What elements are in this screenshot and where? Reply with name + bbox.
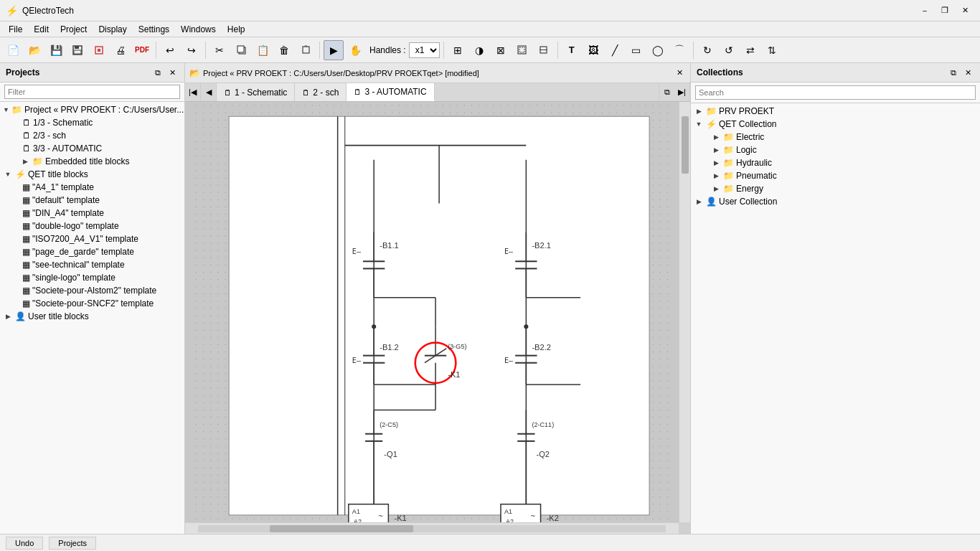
zoom-fit-button[interactable]: ⊠ — [491, 40, 511, 60]
expand-icon[interactable]: ▼ — [694, 119, 704, 129]
tree-item-tmpl-a4-1[interactable]: ▦ "A4_1" template — [0, 181, 184, 194]
open-button[interactable]: 📂 — [24, 40, 44, 60]
image-button[interactable]: 🖼 — [583, 40, 603, 60]
rect-button[interactable]: ▭ — [626, 40, 646, 60]
undo-button[interactable]: ↩ — [160, 40, 180, 60]
zoom-out-fit-button[interactable] — [534, 40, 554, 60]
rotate-ccw-button[interactable]: ↺ — [719, 40, 739, 60]
collections-item-hydraulic[interactable]: ▶ 📁 Hydraulic — [691, 156, 980, 169]
display-mode-button[interactable]: ◑ — [469, 40, 489, 60]
arc-button[interactable]: ⌒ — [669, 40, 689, 60]
horizontal-scrollbar[interactable] — [185, 522, 679, 534]
hscroll-thumb[interactable] — [270, 525, 413, 532]
collections-panel-close-btn[interactable]: ✕ — [961, 66, 974, 79]
tree-item-tmpl-societe-alstom[interactable]: ▦ "Societe-pour-Alstom2" template — [0, 284, 184, 297]
expand-icon[interactable]: ▼ — [3, 105, 9, 115]
tab-3-automatic[interactable]: 🗒 3 - AUTOMATIC — [347, 83, 434, 101]
collections-item-user-collection[interactable]: ▶ 👤 User Collection — [691, 195, 980, 208]
clipboard-button[interactable] — [296, 40, 316, 60]
paste-button[interactable]: 📋 — [253, 40, 273, 60]
menu-file[interactable]: File — [3, 23, 28, 36]
menu-project[interactable]: Project — [55, 23, 93, 36]
expand-icon[interactable]: ▶ — [711, 145, 721, 155]
handles-select[interactable]: x1 x2 x4 — [409, 42, 440, 58]
expand-icon[interactable]: ▶ — [711, 184, 721, 194]
rotate-cw-button[interactable]: ↻ — [697, 40, 717, 60]
grid-button[interactable]: ⊞ — [448, 40, 468, 60]
tab-2-sch[interactable]: 🗒 2 - sch — [295, 83, 347, 101]
tree-item-tmpl-page-garde[interactable]: ▦ "page_de_garde" template — [0, 245, 184, 258]
collections-search-input[interactable] — [695, 85, 976, 100]
collections-panel-float-btn[interactable]: ⧉ — [947, 66, 960, 79]
menu-display[interactable]: Display — [93, 23, 132, 36]
vertical-scrollbar[interactable] — [679, 102, 690, 522]
cut-button[interactable]: ✂ — [209, 40, 230, 60]
filter-input[interactable] — [4, 85, 180, 99]
canvas-area[interactable]: A1 ~ A2 — [185, 102, 690, 534]
flip-h-button[interactable]: ⇄ — [740, 40, 760, 60]
tree-item-tmpl-iso7200[interactable]: ▦ "ISO7200_A4_V1" template — [0, 232, 184, 245]
copy-button[interactable] — [231, 40, 251, 60]
print-button[interactable]: 🖨 — [110, 40, 131, 60]
tab-nav-last[interactable]: ▶| — [674, 83, 690, 101]
projects-panel-float-btn[interactable]: ⧉ — [151, 66, 164, 79]
select-mode-button[interactable]: ▶ — [324, 40, 344, 60]
expand-icon[interactable]: ▶ — [3, 311, 13, 321]
zoom-selection-button[interactable] — [512, 40, 532, 60]
tree-item-sch-1[interactable]: 🗒 1/3 - Schematic — [0, 116, 184, 129]
tree-item-tmpl-default[interactable]: ▦ "default" template — [0, 194, 184, 207]
menu-help[interactable]: Help — [222, 23, 251, 36]
tree-item-sch-3[interactable]: 🗒 3/3 - AUTOMATIC — [0, 142, 184, 155]
tree-item-tmpl-see-technical[interactable]: ▦ "see-technical" template — [0, 258, 184, 271]
menu-edit[interactable]: Edit — [28, 23, 55, 36]
tab-nav-first[interactable]: |◀ — [185, 83, 201, 101]
tree-item-tmpl-societe-sncf[interactable]: ▦ "Societe-pour-SNCF2" template — [0, 297, 184, 310]
tree-item-qet-title-blocks[interactable]: ▼ ⚡ QET title blocks — [0, 168, 184, 181]
collections-item-pneumatic[interactable]: ▶ 📁 Pneumatic — [691, 169, 980, 182]
tree-item-project-root[interactable]: ▼ 📁 Project « PRV PROEKT : C:/Users/User… — [0, 103, 184, 116]
expand-icon[interactable]: ▶ — [711, 158, 721, 168]
doc-close-button[interactable]: ✕ — [674, 68, 686, 77]
tab-nav-prev[interactable]: ◀ — [201, 83, 217, 101]
tree-item-tmpl-din-a4[interactable]: ▦ "DIN_A4" template — [0, 207, 184, 220]
expand-icon[interactable]: ▶ — [711, 132, 721, 142]
delete-button[interactable]: 🗑 — [274, 40, 294, 60]
export-pdf-button[interactable]: PDF — [132, 40, 152, 60]
close-button[interactable]: ✕ — [956, 4, 974, 18]
text-button[interactable]: T — [562, 40, 582, 60]
export-button[interactable] — [89, 40, 109, 60]
save-button[interactable]: 💾 — [46, 40, 66, 60]
minimize-button[interactable]: − — [915, 4, 934, 18]
status-tab-projects[interactable]: Projects — [49, 537, 96, 550]
save-as-button[interactable] — [67, 40, 88, 60]
redo-button[interactable]: ↪ — [182, 40, 202, 60]
tab-1-schematic[interactable]: 🗒 1 - Schematic — [217, 83, 295, 101]
expand-icon[interactable]: ▶ — [711, 171, 721, 181]
expand-icon[interactable]: ▶ — [694, 197, 704, 207]
collections-item-prv-proekt[interactable]: ▶ 📁 PRV PROEKT — [691, 105, 980, 118]
status-tab-undo[interactable]: Undo — [6, 537, 43, 550]
tree-item-user-title-blocks[interactable]: ▶ 👤 User title blocks — [0, 310, 184, 323]
projects-panel-close-btn[interactable]: ✕ — [166, 66, 179, 79]
ellipse-button[interactable]: ◯ — [648, 40, 668, 60]
collections-item-electric[interactable]: ▶ 📁 Electric — [691, 131, 980, 143]
new-button[interactable]: 📄 — [3, 40, 23, 60]
menu-settings[interactable]: Settings — [133, 23, 175, 36]
tree-item-embedded-title[interactable]: ▶ 📁 Embedded title blocks — [0, 155, 184, 168]
vscroll-thumb[interactable] — [682, 116, 689, 174]
tree-item-tmpl-single-logo[interactable]: ▦ "single-logo" template — [0, 271, 184, 284]
expand-icon[interactable]: ▶ — [694, 106, 704, 116]
line-button[interactable]: ╱ — [605, 40, 625, 60]
tree-item-sch-2[interactable]: 🗒 2/3 - sch — [0, 129, 184, 142]
collections-item-qet-collection[interactable]: ▼ ⚡ QET Collection — [691, 118, 980, 131]
tab-end-button[interactable]: ⧉ — [659, 83, 674, 101]
menu-windows[interactable]: Windows — [175, 23, 222, 36]
expand-icon[interactable]: ▶ — [20, 156, 30, 166]
expand-icon[interactable]: ▼ — [3, 169, 13, 179]
collections-item-logic[interactable]: ▶ 📁 Logic — [691, 143, 980, 156]
tree-item-tmpl-double-logo[interactable]: ▦ "double-logo" template — [0, 220, 184, 232]
collections-item-energy[interactable]: ▶ 📁 Energy — [691, 182, 980, 195]
flip-v-button[interactable]: ⇅ — [762, 40, 782, 60]
maximize-button[interactable]: ❐ — [936, 4, 954, 18]
pan-mode-button[interactable]: ✋ — [345, 40, 365, 60]
